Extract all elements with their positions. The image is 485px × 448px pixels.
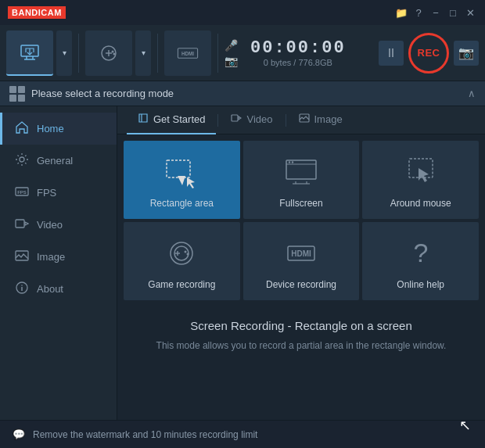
image-icon xyxy=(15,249,29,265)
toolbar-right-controls: ⏸ REC 📷 xyxy=(379,33,479,73)
title-bar: BANDICAM 📁 ? − □ ✕ xyxy=(0,0,485,25)
chat-icon: 💬 xyxy=(13,428,25,440)
svg-point-35 xyxy=(171,242,192,264)
sidebar-label-about: About xyxy=(37,283,63,295)
minimize-button[interactable]: − xyxy=(429,5,443,20)
mode-device[interactable]: HDMI Device recording xyxy=(243,222,360,300)
maximize-button[interactable]: □ xyxy=(446,5,460,20)
getstarted-tab-icon xyxy=(138,113,149,126)
toolbar-separator-1 xyxy=(78,34,79,73)
main-layout: Home General FPS FPS xyxy=(0,106,485,420)
sidebar-item-fps[interactable]: FPS FPS xyxy=(0,177,117,209)
chevron-up-icon: ∧ xyxy=(468,88,476,99)
mode-desc-title: Screen Recording - Rectangle on a screen xyxy=(133,319,469,332)
sidebar-item-image[interactable]: Image xyxy=(0,241,117,273)
svg-marker-16 xyxy=(25,222,28,225)
gear-icon xyxy=(15,152,29,169)
timer-time: 00:00:00 xyxy=(250,38,346,58)
mode-aroundmouse[interactable]: Around mouse xyxy=(362,141,479,219)
device-mode-icon: HDMI xyxy=(283,235,319,271)
onlinehelp-mode-icon: ? xyxy=(403,235,439,271)
title-bar-left: BANDICAM xyxy=(8,6,66,19)
fps-icon: FPS xyxy=(15,185,29,201)
svg-rect-25 xyxy=(167,160,190,177)
rec-button[interactable]: REC xyxy=(408,33,449,73)
sidebar-label-fps: FPS xyxy=(37,187,56,199)
mode-game[interactable]: Game recording xyxy=(124,222,240,300)
hdmi-icon: HDMI xyxy=(177,42,199,64)
svg-text:HDMI: HDMI xyxy=(291,249,311,258)
svg-text:FPS: FPS xyxy=(17,190,27,195)
toolbar: ▾ ▾ HDMI 🎤 📷 00:00:00 0 bytes / 776.8GB … xyxy=(0,25,485,81)
tab-image-label: Image xyxy=(314,113,343,125)
mode-banner-text: Please select a recording mode xyxy=(31,88,174,99)
input-controls: 🎤 📷 xyxy=(225,39,238,67)
svg-point-20 xyxy=(21,285,23,286)
sidebar-label-general: General xyxy=(37,155,73,167)
pause-button[interactable]: ⏸ xyxy=(379,41,404,66)
microphone-button[interactable]: 🎤 xyxy=(225,39,238,52)
tab-separator-2 xyxy=(286,114,286,127)
screenshot-button[interactable]: 📷 xyxy=(454,41,479,66)
rectangle-mode-icon xyxy=(163,154,199,190)
svg-rect-15 xyxy=(16,220,24,228)
svg-point-12 xyxy=(20,157,24,162)
sidebar-label-image: Image xyxy=(37,251,65,263)
mode-banner: Please select a recording mode ∧ xyxy=(0,81,485,106)
recording-modes-grid: Rectangle area ↖ Fullscreen xyxy=(117,134,485,306)
sidebar-item-about[interactable]: About xyxy=(0,273,117,305)
game-mode-icon xyxy=(163,235,199,271)
screen-mode-button[interactable] xyxy=(6,30,53,76)
info-icon xyxy=(15,281,29,297)
screen-mode-dropdown[interactable]: ▾ xyxy=(56,30,72,76)
timer-size: 0 bytes / 776.8GB xyxy=(264,58,332,67)
svg-point-8 xyxy=(112,50,114,52)
video-tab-icon xyxy=(231,113,242,126)
svg-marker-23 xyxy=(239,116,241,120)
svg-rect-22 xyxy=(232,115,238,121)
close-button[interactable]: ✕ xyxy=(463,5,477,20)
game-icon xyxy=(98,42,120,64)
webcam-button[interactable]: 📷 xyxy=(225,55,238,67)
tab-image[interactable]: Image xyxy=(288,106,354,134)
fullscreen-mode-label: Fullscreen xyxy=(279,198,322,209)
svg-point-40 xyxy=(187,253,189,256)
device-mode-label: Device recording xyxy=(266,279,336,290)
tab-separator-1 xyxy=(217,114,218,127)
sidebar-item-home[interactable]: Home xyxy=(0,113,117,145)
svg-point-29 xyxy=(289,161,290,163)
rectangle-mode-label: Rectangle area xyxy=(150,198,214,209)
toolbar-separator-3 xyxy=(217,34,218,73)
bottom-bar: 💬 Remove the watermark and 10 minutes re… xyxy=(0,420,485,448)
grid-icon xyxy=(9,86,25,102)
sidebar: Home General FPS FPS xyxy=(0,106,117,420)
svg-point-39 xyxy=(185,251,187,253)
sidebar-label-video: Video xyxy=(37,219,63,231)
content-tabs: Get Started Video xyxy=(117,106,485,134)
game-mode-dropdown[interactable]: ▾ xyxy=(135,30,151,76)
mode-onlinehelp[interactable]: ? Online help xyxy=(362,222,479,300)
svg-point-30 xyxy=(292,161,293,163)
game-mode-label: Game recording xyxy=(148,279,215,290)
sidebar-item-video[interactable]: Video xyxy=(0,209,117,241)
help-button[interactable]: ? xyxy=(411,5,426,20)
toolbar-separator-2 xyxy=(157,34,158,73)
app-logo: BANDICAM xyxy=(8,6,66,19)
svg-text:HDMI: HDMI xyxy=(181,50,194,56)
aroundmouse-mode-icon xyxy=(403,154,439,190)
mode-fullscreen[interactable]: Fullscreen xyxy=(243,141,360,219)
title-bar-controls: 📁 ? − □ ✕ xyxy=(394,5,477,20)
device-mode-button[interactable]: HDMI xyxy=(164,30,211,76)
svg-rect-27 xyxy=(286,160,316,179)
game-mode-button[interactable] xyxy=(85,30,132,76)
image-tab-icon xyxy=(299,113,310,126)
sidebar-item-general[interactable]: General xyxy=(0,145,117,177)
tab-getstarted-label: Get Started xyxy=(153,113,205,125)
mode-rectangle[interactable]: Rectangle area ↖ xyxy=(124,141,240,219)
aroundmouse-mode-label: Around mouse xyxy=(390,198,451,209)
timer-display: 00:00:00 0 bytes / 776.8GB xyxy=(250,38,346,67)
folder-button[interactable]: 📁 xyxy=(394,5,408,20)
mode-description: Screen Recording - Rectangle on a screen… xyxy=(117,306,485,360)
tab-video[interactable]: Video xyxy=(220,106,283,134)
tab-getstarted[interactable]: Get Started xyxy=(127,106,216,134)
